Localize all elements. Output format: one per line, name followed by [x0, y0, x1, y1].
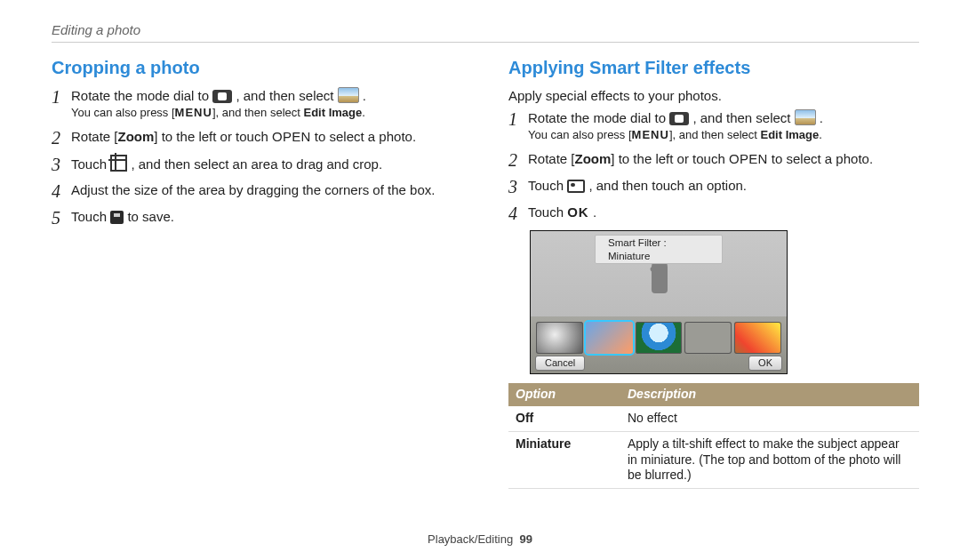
opt-desc: Apply a tilt-shift effect to make the su…: [620, 431, 919, 489]
footer-page-number: 99: [519, 532, 532, 546]
step-text: Touch: [528, 204, 567, 220]
opt-name: Miniature: [508, 431, 620, 489]
step-text: , and then select: [236, 88, 337, 103]
th-description: Description: [620, 383, 919, 406]
mode-dial-icon: [212, 90, 232, 103]
step-text: Rotate the mode dial to: [528, 110, 669, 125]
step-number: 3: [52, 155, 71, 174]
filter-icon: [567, 180, 585, 193]
step-text: ] to the left or touch: [154, 129, 272, 144]
cropping-heading: Cropping a photo: [52, 57, 462, 80]
open-label: OPEN: [272, 129, 311, 144]
substep-text: ], and then select: [669, 128, 761, 141]
step-number: 1: [508, 109, 528, 129]
cancel-button[interactable]: Cancel: [535, 356, 585, 371]
step-number: 2: [52, 128, 71, 148]
footer-section: Playback/Editing: [428, 532, 513, 546]
camera-preview: Smart Filter : Miniature Cancel OK: [530, 230, 788, 374]
substep-text: You can also press [: [528, 128, 632, 141]
filter-thumb[interactable]: [536, 322, 583, 354]
step-number: 4: [508, 204, 528, 223]
step-text: .: [820, 110, 823, 125]
menu-label: MENU: [632, 128, 669, 141]
step-text: , and then touch an option.: [588, 178, 747, 193]
table-row: Miniature Apply a tilt-shift effect to m…: [508, 431, 919, 489]
chapter-title: Editing a photo: [52, 21, 919, 43]
step-text: .: [593, 204, 596, 220]
step-text: Rotate [: [528, 151, 575, 166]
edit-image-icon: [338, 87, 359, 103]
ok-label: OK: [567, 204, 589, 220]
step-number: 2: [508, 150, 528, 170]
step-text: .: [363, 88, 366, 103]
menu-label: MENU: [175, 106, 212, 119]
substep-bold: Edit Image: [304, 106, 363, 119]
smartfilter-intro: Apply special effects to your photos.: [508, 87, 919, 104]
th-option: Option: [508, 383, 620, 406]
substep-bold: Edit Image: [761, 128, 820, 141]
substep-text: ], and then select: [212, 106, 304, 119]
filter-thumb-selected[interactable]: [586, 322, 633, 354]
step-text: to select a photo.: [311, 129, 416, 144]
opt-name: Off: [508, 406, 620, 431]
step-number: 1: [52, 87, 71, 107]
substep-text: .: [362, 106, 365, 119]
step-text: Touch: [71, 209, 110, 224]
step-number: 3: [508, 177, 528, 196]
save-icon: [110, 211, 124, 224]
open-label: OPEN: [729, 151, 768, 166]
step-text: , and then select an area to drag and cr…: [131, 156, 382, 172]
table-row: Off No effect: [508, 406, 919, 431]
edit-image-icon: [795, 109, 816, 125]
step-text: to save.: [127, 209, 174, 224]
filter-thumb[interactable]: [636, 322, 683, 354]
step-number: 4: [52, 181, 71, 201]
zoom-label: Zoom: [575, 151, 612, 166]
smartfilter-heading: Applying Smart Filter effects: [508, 57, 919, 80]
step-text: Rotate [: [71, 129, 118, 144]
section-cropping: Cropping a photo 1 Rotate the mode dial …: [52, 57, 462, 489]
substep-text: .: [819, 128, 822, 141]
step-number: 5: [52, 208, 71, 228]
step-text: to select a photo.: [768, 151, 873, 166]
zoom-label: Zoom: [118, 129, 155, 144]
page-footer: Playback/Editing 99: [0, 532, 960, 548]
step-text: Adjust the size of the area by dragging …: [71, 181, 462, 198]
mode-dial-icon: [669, 112, 689, 125]
step-text: Touch: [71, 156, 110, 172]
substep-text: You can also press [: [71, 106, 175, 119]
filter-thumb[interactable]: [684, 322, 732, 354]
ok-button[interactable]: OK: [748, 356, 782, 371]
step-text: Touch: [528, 178, 567, 193]
filter-thumb-strip: [536, 322, 781, 354]
opt-desc: No effect: [620, 406, 919, 431]
step-text: , and then select: [692, 110, 794, 125]
filter-thumb[interactable]: [734, 322, 781, 354]
filter-options-table: Option Description Off No effect Miniatu…: [508, 383, 919, 490]
crop-icon: [110, 155, 127, 172]
preview-title: Smart Filter : Miniature: [595, 235, 723, 264]
section-smart-filter: Applying Smart Filter effects Apply spec…: [508, 57, 919, 489]
step-text: ] to the left or touch: [611, 151, 729, 166]
step-text: Rotate the mode dial to: [71, 88, 212, 103]
